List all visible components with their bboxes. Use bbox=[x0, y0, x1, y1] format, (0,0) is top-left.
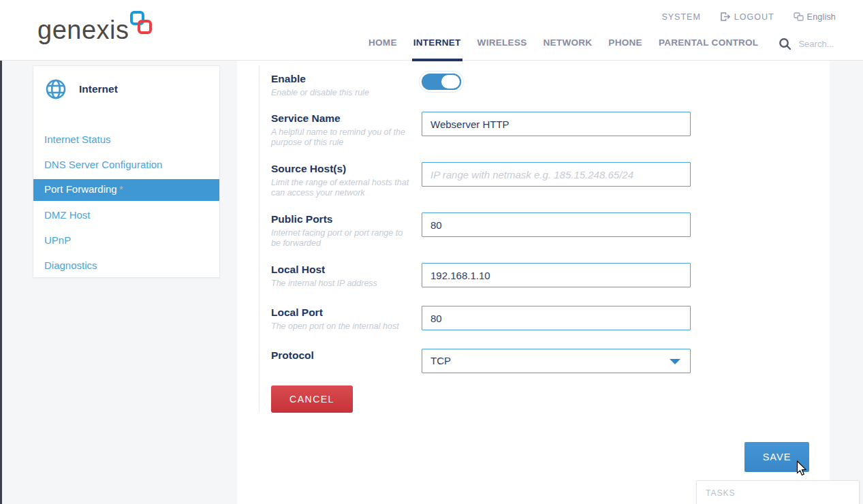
app-header: genexis SYSTEM LOGOUT English HOME INTER… bbox=[0, 0, 863, 61]
form-row-local-host: Local Host The internal host IP address bbox=[271, 263, 708, 289]
logout-link[interactable]: LOGOUT bbox=[720, 12, 774, 22]
local-port-input[interactable] bbox=[422, 306, 691, 330]
globe-icon bbox=[45, 78, 67, 100]
service-name-help: A helpful name to remind you of the purp… bbox=[271, 127, 410, 148]
tasks-panel[interactable]: TASKS bbox=[696, 480, 860, 504]
unsaved-changes-asterisk: * bbox=[119, 183, 123, 195]
save-button[interactable]: SAVE bbox=[744, 442, 809, 472]
chevron-down-icon bbox=[670, 359, 680, 364]
nav-wireless[interactable]: WIRELESS bbox=[477, 37, 527, 50]
local-host-help: The internal host IP address bbox=[271, 279, 410, 289]
sidebar-item-diagnostics[interactable]: Diagnostics bbox=[33, 255, 219, 277]
sidebar-item-dns-server-configuration[interactable]: DNS Server Configuration bbox=[33, 154, 219, 176]
cancel-button[interactable]: CANCEL bbox=[271, 385, 353, 413]
left-edge-strip bbox=[0, 61, 2, 504]
search-input[interactable] bbox=[798, 39, 860, 49]
public-ports-input[interactable] bbox=[422, 212, 691, 237]
sidebar-item-label: Port Forwarding bbox=[44, 183, 117, 195]
form-row-enable: Enable Enable or disable this rule bbox=[271, 72, 708, 98]
form-row-source-hosts: Source Host(s) Limit the range of extern… bbox=[271, 162, 708, 198]
protocol-select[interactable]: TCP bbox=[422, 349, 691, 373]
genexis-logo[interactable]: genexis bbox=[37, 11, 156, 49]
form-row-service-name: Service Name A helpful name to remind yo… bbox=[271, 112, 708, 148]
enable-label: Enable bbox=[271, 72, 410, 85]
logout-label: LOGOUT bbox=[734, 12, 774, 22]
search-box bbox=[779, 37, 860, 50]
toggle-knob bbox=[440, 74, 461, 90]
sidebar-item-dmz-host[interactable]: DMZ Host bbox=[33, 204, 219, 226]
protocol-selected-value: TCP bbox=[430, 355, 451, 366]
protocol-label: Protocol bbox=[271, 349, 410, 362]
nav-network[interactable]: NETWORK bbox=[544, 37, 593, 50]
service-name-label: Service Name bbox=[271, 112, 410, 125]
logo-text: genexis bbox=[37, 11, 129, 49]
sidebar-title: Internet bbox=[79, 83, 118, 95]
local-port-help: The open port on the internal host bbox=[271, 321, 410, 332]
enable-help: Enable or disable this rule bbox=[271, 88, 410, 98]
sidebar-menu: Internet Status DNS Server Configuration… bbox=[33, 129, 219, 277]
form-row-protocol: Protocol TCP bbox=[271, 349, 708, 373]
local-host-input[interactable] bbox=[422, 263, 691, 287]
public-ports-label: Public Ports bbox=[271, 212, 410, 225]
sidebar-item-port-forwarding[interactable]: Port Forwarding* bbox=[33, 179, 219, 201]
sidebar-item-upnp[interactable]: UPnP bbox=[33, 230, 219, 251]
system-link[interactable]: SYSTEM bbox=[661, 12, 700, 22]
service-name-input[interactable] bbox=[422, 112, 691, 136]
source-hosts-input[interactable] bbox=[422, 162, 691, 187]
search-icon[interactable] bbox=[779, 37, 791, 50]
source-hosts-help: Limit the range of external hosts that c… bbox=[271, 178, 410, 198]
language-label: English bbox=[807, 12, 836, 22]
sidebar-item-internet-status[interactable]: Internet Status bbox=[33, 129, 219, 151]
language-selector[interactable]: English bbox=[794, 12, 836, 22]
utility-bar: SYSTEM LOGOUT English bbox=[661, 12, 836, 22]
form-row-local-port: Local Port The open port on the internal… bbox=[271, 306, 708, 332]
public-ports-help: Internet facing port or port range to be… bbox=[271, 228, 410, 249]
source-hosts-label: Source Host(s) bbox=[271, 162, 410, 175]
main-nav: HOME INTERNET WIRELESS NETWORK PHONE PAR… bbox=[368, 37, 860, 50]
logo-mark-icon bbox=[130, 11, 156, 42]
nav-internet[interactable]: INTERNET bbox=[413, 37, 461, 50]
local-port-label: Local Port bbox=[271, 306, 410, 319]
logout-icon bbox=[720, 12, 731, 22]
system-label: SYSTEM bbox=[661, 12, 700, 22]
nav-home[interactable]: HOME bbox=[368, 37, 397, 50]
enable-toggle[interactable] bbox=[422, 74, 461, 90]
nav-phone[interactable]: PHONE bbox=[608, 37, 642, 50]
sidebar-header: Internet bbox=[33, 66, 219, 100]
tasks-panel-title: TASKS bbox=[706, 488, 859, 498]
local-host-label: Local Host bbox=[271, 263, 410, 276]
internet-sidebar: Internet Internet Status DNS Server Conf… bbox=[33, 65, 220, 278]
language-icon bbox=[794, 12, 804, 21]
form-row-public-ports: Public Ports Internet facing port or por… bbox=[271, 212, 708, 249]
nav-parental-control[interactable]: PARENTAL CONTROL bbox=[659, 37, 759, 50]
port-forwarding-form: Enable Enable or disable this rule Servi… bbox=[259, 65, 708, 413]
